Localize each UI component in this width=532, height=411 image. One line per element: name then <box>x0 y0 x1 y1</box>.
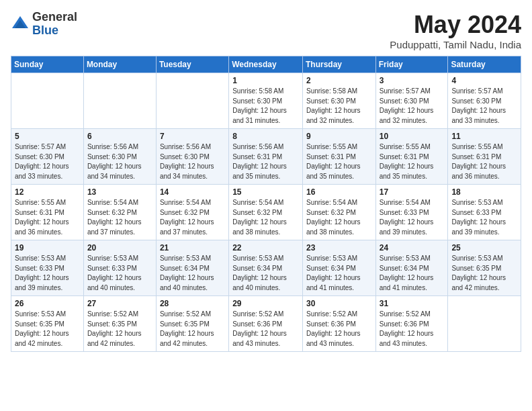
day-info: Sunrise: 5:52 AMSunset: 6:36 PMDaylight:… <box>306 310 372 349</box>
day-number: 27 <box>87 299 152 308</box>
calendar-week-row: 26Sunrise: 5:53 AMSunset: 6:35 PMDayligh… <box>11 296 521 352</box>
weekday-header: Wednesday <box>229 56 303 73</box>
logo: General Blue <box>11 11 77 38</box>
title-block: May 2024 Puduppatti, Tamil Nadu, India <box>390 11 521 50</box>
day-info: Sunrise: 5:53 AMSunset: 6:35 PMDaylight:… <box>15 310 80 349</box>
day-info: Sunrise: 5:56 AMSunset: 6:31 PMDaylight:… <box>232 142 299 181</box>
calendar-cell: 31Sunrise: 5:52 AMSunset: 6:36 PMDayligh… <box>375 296 448 352</box>
calendar-cell <box>156 73 228 129</box>
day-info: Sunrise: 5:58 AMSunset: 6:30 PMDaylight:… <box>232 87 299 126</box>
calendar-cell: 21Sunrise: 5:53 AMSunset: 6:34 PMDayligh… <box>156 240 228 296</box>
day-info: Sunrise: 5:52 AMSunset: 6:36 PMDaylight:… <box>232 310 299 349</box>
calendar-cell <box>83 73 156 129</box>
day-info: Sunrise: 5:53 AMSunset: 6:33 PMDaylight:… <box>87 254 152 293</box>
day-info: Sunrise: 5:55 AMSunset: 6:31 PMDaylight:… <box>380 142 445 181</box>
calendar-cell: 10Sunrise: 5:55 AMSunset: 6:31 PMDayligh… <box>375 129 448 185</box>
weekday-header: Friday <box>375 56 448 73</box>
day-number: 25 <box>451 243 517 253</box>
weekday-header: Thursday <box>302 56 375 73</box>
calendar-week-row: 12Sunrise: 5:55 AMSunset: 6:31 PMDayligh… <box>11 185 521 240</box>
day-number: 9 <box>306 132 372 141</box>
day-info: Sunrise: 5:53 AMSunset: 6:33 PMDaylight:… <box>15 254 80 293</box>
weekday-header: Saturday <box>448 56 521 73</box>
day-info: Sunrise: 5:54 AMSunset: 6:32 PMDaylight:… <box>87 198 152 237</box>
day-number: 7 <box>160 132 225 141</box>
day-number: 22 <box>232 243 299 253</box>
calendar-cell: 30Sunrise: 5:52 AMSunset: 6:36 PMDayligh… <box>302 296 375 352</box>
day-number: 20 <box>87 243 152 253</box>
calendar-week-row: 19Sunrise: 5:53 AMSunset: 6:33 PMDayligh… <box>11 240 521 296</box>
day-number: 8 <box>232 132 299 141</box>
day-info: Sunrise: 5:56 AMSunset: 6:30 PMDaylight:… <box>87 142 152 181</box>
calendar-title: May 2024 <box>390 11 521 39</box>
day-number: 6 <box>87 132 152 141</box>
day-number: 31 <box>380 299 445 308</box>
logo-icon <box>11 15 30 34</box>
day-info: Sunrise: 5:54 AMSunset: 6:33 PMDaylight:… <box>380 198 445 237</box>
day-info: Sunrise: 5:53 AMSunset: 6:34 PMDaylight:… <box>232 254 299 293</box>
day-info: Sunrise: 5:53 AMSunset: 6:34 PMDaylight:… <box>306 254 372 293</box>
weekday-header: Monday <box>83 56 156 73</box>
day-number: 28 <box>160 299 225 308</box>
calendar-cell: 8Sunrise: 5:56 AMSunset: 6:31 PMDaylight… <box>229 129 303 185</box>
calendar-cell: 11Sunrise: 5:55 AMSunset: 6:31 PMDayligh… <box>448 129 521 185</box>
weekday-header: Tuesday <box>156 56 228 73</box>
calendar-cell: 4Sunrise: 5:57 AMSunset: 6:30 PMDaylight… <box>448 73 521 129</box>
day-info: Sunrise: 5:57 AMSunset: 6:30 PMDaylight:… <box>451 87 517 126</box>
day-number: 13 <box>87 187 152 197</box>
calendar-cell: 19Sunrise: 5:53 AMSunset: 6:33 PMDayligh… <box>11 240 84 296</box>
day-number: 26 <box>15 299 80 308</box>
calendar-cell: 16Sunrise: 5:54 AMSunset: 6:32 PMDayligh… <box>302 185 375 240</box>
day-info: Sunrise: 5:57 AMSunset: 6:30 PMDaylight:… <box>15 142 80 181</box>
day-number: 3 <box>380 76 445 85</box>
day-number: 16 <box>306 187 372 197</box>
calendar-cell: 27Sunrise: 5:52 AMSunset: 6:35 PMDayligh… <box>83 296 156 352</box>
page-header: General Blue May 2024 Puduppatti, Tamil … <box>11 11 521 50</box>
calendar-cell: 14Sunrise: 5:54 AMSunset: 6:32 PMDayligh… <box>156 185 228 240</box>
day-info: Sunrise: 5:54 AMSunset: 6:32 PMDaylight:… <box>232 198 299 237</box>
calendar-cell: 13Sunrise: 5:54 AMSunset: 6:32 PMDayligh… <box>83 185 156 240</box>
day-info: Sunrise: 5:56 AMSunset: 6:30 PMDaylight:… <box>160 142 225 181</box>
calendar-cell: 7Sunrise: 5:56 AMSunset: 6:30 PMDaylight… <box>156 129 228 185</box>
day-info: Sunrise: 5:57 AMSunset: 6:30 PMDaylight:… <box>380 87 445 126</box>
calendar-cell: 6Sunrise: 5:56 AMSunset: 6:30 PMDaylight… <box>83 129 156 185</box>
calendar-cell: 1Sunrise: 5:58 AMSunset: 6:30 PMDaylight… <box>229 73 303 129</box>
calendar-cell: 9Sunrise: 5:55 AMSunset: 6:31 PMDaylight… <box>302 129 375 185</box>
day-number: 19 <box>15 243 80 253</box>
day-info: Sunrise: 5:52 AMSunset: 6:36 PMDaylight:… <box>380 310 445 349</box>
logo-blue: Blue <box>32 24 58 37</box>
calendar-cell: 24Sunrise: 5:53 AMSunset: 6:34 PMDayligh… <box>375 240 448 296</box>
calendar-week-row: 1Sunrise: 5:58 AMSunset: 6:30 PMDaylight… <box>11 73 521 129</box>
calendar-cell: 2Sunrise: 5:58 AMSunset: 6:30 PMDaylight… <box>302 73 375 129</box>
day-number: 17 <box>380 187 445 197</box>
day-info: Sunrise: 5:58 AMSunset: 6:30 PMDaylight:… <box>306 87 372 126</box>
day-info: Sunrise: 5:52 AMSunset: 6:35 PMDaylight:… <box>87 310 152 349</box>
day-number: 4 <box>451 76 517 85</box>
calendar-cell: 17Sunrise: 5:54 AMSunset: 6:33 PMDayligh… <box>375 185 448 240</box>
logo-general: General <box>32 10 77 24</box>
day-info: Sunrise: 5:54 AMSunset: 6:32 PMDaylight:… <box>306 198 372 237</box>
day-number: 11 <box>451 132 517 141</box>
day-info: Sunrise: 5:53 AMSunset: 6:33 PMDaylight:… <box>451 198 517 237</box>
weekday-header: Sunday <box>11 56 84 73</box>
calendar-cell <box>11 73 84 129</box>
calendar-cell: 20Sunrise: 5:53 AMSunset: 6:33 PMDayligh… <box>83 240 156 296</box>
calendar-cell: 28Sunrise: 5:52 AMSunset: 6:35 PMDayligh… <box>156 296 228 352</box>
day-number: 15 <box>232 187 299 197</box>
day-number: 23 <box>306 243 372 253</box>
day-number: 14 <box>160 187 225 197</box>
calendar-cell: 12Sunrise: 5:55 AMSunset: 6:31 PMDayligh… <box>11 185 84 240</box>
calendar-week-row: 5Sunrise: 5:57 AMSunset: 6:30 PMDaylight… <box>11 129 521 185</box>
day-info: Sunrise: 5:53 AMSunset: 6:35 PMDaylight:… <box>451 254 517 293</box>
day-number: 1 <box>232 76 299 85</box>
day-info: Sunrise: 5:55 AMSunset: 6:31 PMDaylight:… <box>306 142 372 181</box>
calendar-cell: 5Sunrise: 5:57 AMSunset: 6:30 PMDaylight… <box>11 129 84 185</box>
calendar-cell: 29Sunrise: 5:52 AMSunset: 6:36 PMDayligh… <box>229 296 303 352</box>
day-number: 24 <box>380 243 445 253</box>
day-number: 18 <box>451 187 517 197</box>
day-number: 12 <box>15 187 80 197</box>
calendar-cell: 26Sunrise: 5:53 AMSunset: 6:35 PMDayligh… <box>11 296 84 352</box>
calendar-subtitle: Puduppatti, Tamil Nadu, India <box>390 39 521 50</box>
logo-text: General Blue <box>32 11 77 38</box>
day-number: 5 <box>15 132 80 141</box>
